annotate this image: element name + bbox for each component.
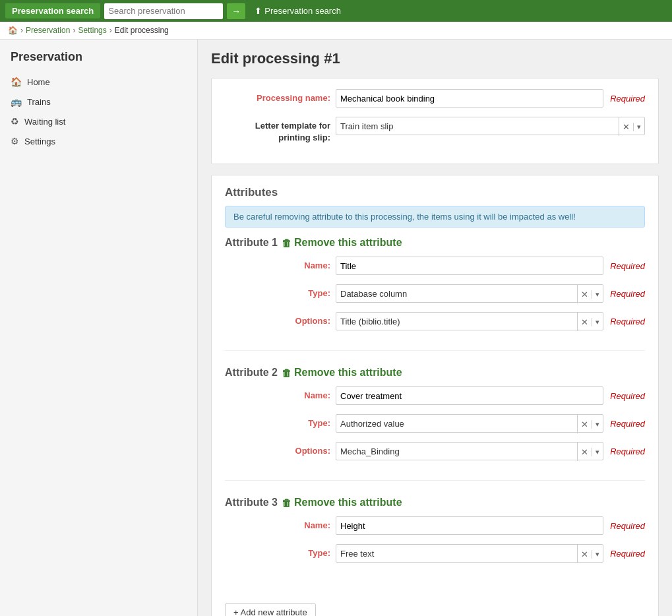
attr2-type-chevron-btn[interactable]: ▾ <box>592 420 603 429</box>
attr2-type-row: Type: Authorized value ✕ ▾ Required <box>225 414 645 433</box>
sidebar-item-label: Settings <box>24 137 55 146</box>
attr2-name-row: Name: Required <box>225 386 645 405</box>
home-icon[interactable]: 🏠 <box>8 26 18 35</box>
attr2-type-required: Required <box>610 419 645 429</box>
attr2-name-input[interactable] <box>336 386 603 405</box>
attr3-name-row: Name: Required <box>225 516 645 535</box>
attribute-2-remove-link[interactable]: 🗑 Remove this attribute <box>282 367 402 379</box>
attr2-options-required: Required <box>610 447 645 456</box>
attribute-3-remove-link[interactable]: 🗑 Remove this attribute <box>282 497 402 508</box>
processing-name-row: Processing name: Required <box>225 89 645 108</box>
attr1-options-select-wrap: Title (biblio.title) ✕ ▾ <box>336 312 603 330</box>
attr2-options-label: Options: <box>225 442 330 457</box>
layout: Preservation 🏠 Home 🚌 Trains ♻ Waiting l… <box>0 40 672 616</box>
attr1-options-row: Options: Title (biblio.title) ✕ ▾ R <box>225 312 645 330</box>
attr1-type-required: Required <box>610 289 645 299</box>
attribute-3-block: Attribute 3 🗑 Remove this attribute Name… <box>225 497 645 582</box>
attr2-options-clear-btn[interactable]: ✕ <box>578 447 592 457</box>
attr1-name-input[interactable] <box>336 257 603 275</box>
attr1-type-select[interactable]: Database column ✕ ▾ <box>336 284 603 303</box>
attr1-type-chevron-btn[interactable]: ▾ <box>592 290 603 299</box>
attributes-card: Attributes Be careful removing attribute… <box>211 175 659 616</box>
attr1-options-required: Required <box>610 317 645 326</box>
attr1-type-value: Database column <box>340 289 407 299</box>
letter-template-row: Letter template for printing slip: Train… <box>225 117 645 144</box>
attr3-name-input[interactable] <box>336 516 603 535</box>
preservation-search-link[interactable]: ⬆ Preservation search <box>255 6 341 16</box>
letter-template-select[interactable]: Train item slip ✕ ▾ <box>336 117 645 135</box>
attr2-name-required: Required <box>610 391 645 401</box>
attr2-options-select[interactable]: Mecha_Binding ✕ ▾ <box>336 442 603 460</box>
attr1-name-required: Required <box>610 261 645 271</box>
breadcrumb-settings[interactable]: Settings <box>78 26 106 35</box>
breadcrumb-current: Edit processing <box>115 26 169 35</box>
attr2-type-label: Type: <box>225 414 330 429</box>
attribute-1-remove-link[interactable]: 🗑 Remove this attribute <box>282 237 402 249</box>
attr3-type-value: Free text <box>340 549 374 559</box>
sidebar-item-trains[interactable]: 🚌 Trains <box>0 92 197 111</box>
attr2-name-label: Name: <box>225 386 330 402</box>
attr2-options-chevron-btn[interactable]: ▾ <box>592 448 603 456</box>
attribute-1-heading: Attribute 1 🗑 Remove this attribute <box>225 237 645 249</box>
processing-name-required: Required <box>610 94 645 104</box>
sidebar-item-waiting-list[interactable]: ♻ Waiting list <box>0 111 197 131</box>
letter-template-label: Letter template for printing slip: <box>225 117 330 144</box>
attribute-2-heading: Attribute 2 🗑 Remove this attribute <box>225 367 645 379</box>
attribute-1-block: Attribute 1 🗑 Remove this attribute Name… <box>225 237 645 351</box>
attr2-type-select[interactable]: Authorized value ✕ ▾ <box>336 414 603 433</box>
attr1-name-label: Name: <box>225 257 330 272</box>
letter-template-select-wrap: Train item slip ✕ ▾ <box>336 117 645 135</box>
attr3-type-label: Type: <box>225 544 330 559</box>
attr3-type-chevron-btn[interactable]: ▾ <box>592 550 603 559</box>
attribute-2-block: Attribute 2 🗑 Remove this attribute Name… <box>225 367 645 481</box>
sidebar-item-settings[interactable]: ⚙ Settings <box>0 131 197 151</box>
attr2-options-select-wrap: Mecha_Binding ✕ ▾ <box>336 442 603 460</box>
attr1-options-select[interactable]: Title (biblio.title) ✕ ▾ <box>336 312 603 330</box>
trash-icon: 🗑 <box>282 237 291 249</box>
topbar: Preservation search → ⬆ Preservation sea… <box>0 0 672 22</box>
processing-name-wrap: Required <box>336 89 645 108</box>
sidebar-item-label: Home <box>27 77 50 87</box>
sidebar-title: Preservation <box>0 50 197 72</box>
trash-icon: 🗑 <box>282 367 291 379</box>
breadcrumb: 🏠 › Preservation › Settings › Edit proce… <box>0 22 672 40</box>
search-input[interactable] <box>104 3 223 19</box>
attr1-type-clear-btn[interactable]: ✕ <box>578 290 592 299</box>
attributes-warning: Be careful removing attribute to this pr… <box>225 206 645 228</box>
attr1-type-row: Type: Database column ✕ ▾ Required <box>225 284 645 303</box>
attr1-name-row: Name: Required <box>225 257 645 275</box>
letter-template-chevron-btn[interactable]: ▾ <box>633 123 644 131</box>
preservation-search-button[interactable]: Preservation search <box>5 3 100 18</box>
breadcrumb-preservation[interactable]: Preservation <box>26 26 70 35</box>
letter-template-value: Train item slip <box>340 121 393 131</box>
attribute-3-remove-label: Remove this attribute <box>294 497 402 508</box>
home-icon: 🏠 <box>11 77 22 87</box>
attr2-options-value: Mecha_Binding <box>340 447 400 456</box>
processing-form-card: Processing name: Required Letter templat… <box>211 78 659 164</box>
attributes-section-title: Attributes <box>225 186 645 199</box>
recycle-icon: ♻ <box>11 116 19 127</box>
attribute-2-remove-label: Remove this attribute <box>294 367 402 379</box>
sidebar: Preservation 🏠 Home 🚌 Trains ♻ Waiting l… <box>0 40 198 616</box>
attr1-options-chevron-btn[interactable]: ▾ <box>592 318 603 326</box>
attr2-options-row: Options: Mecha_Binding ✕ ▾ Required <box>225 442 645 460</box>
attr3-type-select-wrap: Free text ✕ ▾ <box>336 544 603 563</box>
attribute-1-remove-label: Remove this attribute <box>294 237 402 249</box>
attribute-3-heading: Attribute 3 🗑 Remove this attribute <box>225 497 645 508</box>
attr1-options-label: Options: <box>225 312 330 327</box>
sidebar-item-home[interactable]: 🏠 Home <box>0 72 197 92</box>
attr1-type-select-wrap: Database column ✕ ▾ <box>336 284 603 303</box>
attr1-options-clear-btn[interactable]: ✕ <box>578 317 592 327</box>
add-new-attribute-button[interactable]: + Add new attribute <box>225 603 316 616</box>
attr2-type-clear-btn[interactable]: ✕ <box>578 419 592 429</box>
processing-name-input[interactable] <box>336 89 603 108</box>
sidebar-item-label: Trains <box>27 97 51 107</box>
main-content: Edit processing #1 Processing name: Requ… <box>198 40 672 616</box>
attr1-options-value: Title (biblio.title) <box>340 317 400 326</box>
gear-icon: ⚙ <box>11 136 19 146</box>
letter-template-clear-btn[interactable]: ✕ <box>619 122 633 132</box>
sidebar-item-label: Waiting list <box>24 117 65 127</box>
attr3-type-clear-btn[interactable]: ✕ <box>578 549 592 559</box>
attr3-type-select[interactable]: Free text ✕ ▾ <box>336 544 603 563</box>
search-go-button[interactable]: → <box>227 3 245 19</box>
